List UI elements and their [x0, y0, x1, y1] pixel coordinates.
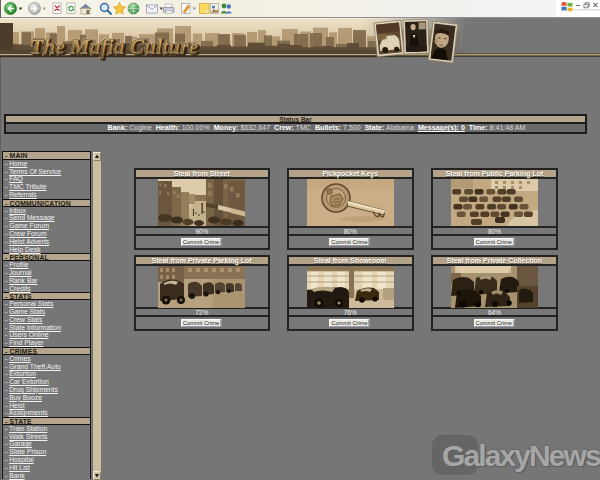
- svg-text:The Mafia Culture: The Mafia Culture: [29, 34, 197, 58]
